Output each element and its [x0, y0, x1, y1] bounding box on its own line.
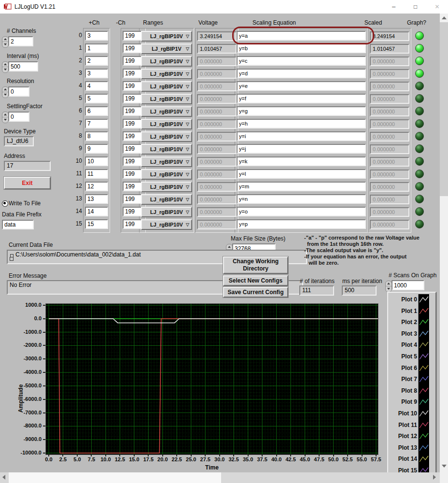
- spinner-up-icon[interactable]: [2, 62, 8, 67]
- scaling-equation-input[interactable]: [237, 169, 366, 179]
- minimize-button[interactable]: –: [383, 0, 405, 14]
- legend-item[interactable]: Plot 9: [388, 397, 434, 408]
- range-dropdown[interactable]: LJ_rgBIP10V▽: [141, 182, 192, 192]
- spinner-down-icon[interactable]: [2, 67, 8, 72]
- spinner-down-icon[interactable]: [2, 117, 8, 122]
- exit-button[interactable]: Exit: [4, 177, 51, 189]
- graph-led[interactable]: [415, 207, 424, 216]
- save-current-config-button[interactable]: Save Current Config: [223, 287, 288, 298]
- scaling-equation-input[interactable]: [237, 31, 366, 41]
- pos-channel-input[interactable]: [85, 207, 108, 216]
- graph-led[interactable]: [415, 220, 424, 228]
- legend-item[interactable]: Plot 5: [388, 351, 434, 363]
- range-dropdown[interactable]: LJ_rgBIP10V▽: [141, 69, 192, 79]
- interval-spinner[interactable]: [2, 61, 9, 73]
- scroll-up-icon[interactable]: [442, 16, 447, 19]
- scaling-equation-input[interactable]: [237, 144, 366, 154]
- range-dropdown[interactable]: LJ_rgBIP10V▽: [141, 207, 192, 217]
- channels-spinner[interactable]: [2, 36, 9, 48]
- range-dropdown[interactable]: LJ_rgBIP10V▽: [141, 106, 192, 117]
- scans-on-graph-input[interactable]: [392, 280, 424, 290]
- range-dropdown[interactable]: LJ_rgBIP10V▽: [141, 94, 192, 104]
- scaling-equation-input[interactable]: [237, 81, 366, 91]
- legend-item[interactable]: Plot 2: [388, 317, 434, 328]
- graph-led[interactable]: [415, 107, 424, 115]
- spinner-down-icon[interactable]: [386, 286, 392, 291]
- legend-item[interactable]: Plot 3: [388, 328, 434, 340]
- pos-channel-input[interactable]: [85, 169, 108, 179]
- interval-input[interactable]: [8, 61, 38, 71]
- close-button[interactable]: ✕: [426, 0, 448, 14]
- pos-channel-input[interactable]: [85, 194, 108, 204]
- settling-spinner[interactable]: [2, 112, 9, 123]
- pos-channel-input[interactable]: [85, 56, 108, 66]
- graph-led[interactable]: [415, 157, 424, 166]
- maximize-button[interactable]: □: [405, 0, 426, 14]
- legend-item[interactable]: Plot 7: [388, 374, 434, 385]
- resolution-spinner[interactable]: [2, 86, 9, 98]
- scaling-equation-input[interactable]: [237, 69, 366, 78]
- graph-led[interactable]: [415, 182, 424, 191]
- scans-spinner[interactable]: [385, 281, 392, 292]
- scroll-right-icon[interactable]: [433, 475, 436, 480]
- range-dropdown[interactable]: LJ_rgBIP10V▽: [141, 194, 192, 205]
- range-dropdown[interactable]: LJ_rgBIP10V▽: [141, 144, 192, 155]
- legend-item[interactable]: Plot 6: [388, 363, 434, 374]
- settling-input[interactable]: [8, 112, 29, 122]
- data-file-prefix-input[interactable]: [2, 220, 34, 229]
- graph-led[interactable]: [415, 82, 424, 90]
- legend-item[interactable]: Plot 11: [388, 420, 434, 431]
- range-dropdown[interactable]: LJ_rgBIP10V▽: [141, 56, 192, 67]
- scroll-left-icon[interactable]: [2, 475, 5, 480]
- graph-led[interactable]: [415, 195, 424, 203]
- graph-led[interactable]: [415, 119, 424, 128]
- legend-item[interactable]: Plot 1: [388, 306, 434, 317]
- pos-channel-input[interactable]: [85, 94, 108, 103]
- pos-channel-input[interactable]: [85, 182, 108, 191]
- scaling-equation-input[interactable]: [237, 106, 366, 116]
- spinner-up-icon[interactable]: [2, 87, 8, 92]
- spinner-down-icon[interactable]: [2, 42, 8, 47]
- scaling-equation-input[interactable]: [237, 156, 366, 166]
- range-dropdown[interactable]: LJ_rgBIP10V▽: [141, 131, 192, 142]
- graph-led[interactable]: [415, 132, 424, 141]
- change-working-directory-button[interactable]: Change Working Directory: [223, 256, 288, 274]
- graph-led[interactable]: [415, 144, 424, 153]
- legend-item[interactable]: Plot 0: [388, 294, 434, 306]
- graph-led[interactable]: [415, 94, 424, 103]
- scaling-equation-input[interactable]: [237, 94, 366, 103]
- title-bar[interactable]: LJLogUD V1.21 – □ ✕: [0, 0, 448, 14]
- select-new-configs-button[interactable]: Select New Configs: [223, 275, 288, 286]
- scaling-equation-input[interactable]: [237, 56, 366, 66]
- range-dropdown[interactable]: LJ_rgBIP10V▽: [141, 81, 192, 92]
- legend-item[interactable]: Plot 14: [388, 454, 434, 465]
- pos-channel-input[interactable]: [85, 131, 108, 141]
- range-dropdown[interactable]: LJ_rgBIP1V▽: [141, 43, 192, 54]
- pos-channel-input[interactable]: [85, 69, 108, 78]
- spinner-down-icon[interactable]: [2, 92, 8, 97]
- graph-led[interactable]: [415, 31, 424, 40]
- spinner-up-icon[interactable]: [2, 37, 8, 42]
- legend-item[interactable]: Plot 12: [388, 431, 434, 442]
- pos-channel-input[interactable]: [85, 219, 108, 229]
- vertical-scrollbar-thumb[interactable]: [440, 22, 448, 196]
- horizontal-scrollbar-thumb[interactable]: [9, 472, 221, 483]
- channels-input[interactable]: [8, 36, 33, 46]
- spinner-up-icon[interactable]: [2, 112, 8, 117]
- scaling-equation-input[interactable]: [237, 194, 366, 204]
- scaling-equation-input[interactable]: [237, 119, 366, 128]
- graph-led[interactable]: [415, 44, 424, 53]
- spinner-up-icon[interactable]: [386, 281, 392, 286]
- pos-channel-input[interactable]: [85, 156, 108, 166]
- graph-led[interactable]: [415, 57, 424, 65]
- pos-channel-input[interactable]: [85, 43, 108, 53]
- range-dropdown[interactable]: LJ_rgBIP10V▽: [141, 219, 192, 230]
- pos-channel-input[interactable]: [85, 144, 108, 154]
- graph-led[interactable]: [415, 170, 424, 178]
- pos-channel-input[interactable]: [85, 81, 108, 91]
- pos-channel-input[interactable]: [85, 119, 108, 128]
- scaling-equation-input[interactable]: [237, 43, 366, 53]
- resolution-input[interactable]: [8, 86, 29, 97]
- scroll-down-icon[interactable]: [442, 465, 447, 468]
- pos-channel-input[interactable]: [85, 31, 108, 41]
